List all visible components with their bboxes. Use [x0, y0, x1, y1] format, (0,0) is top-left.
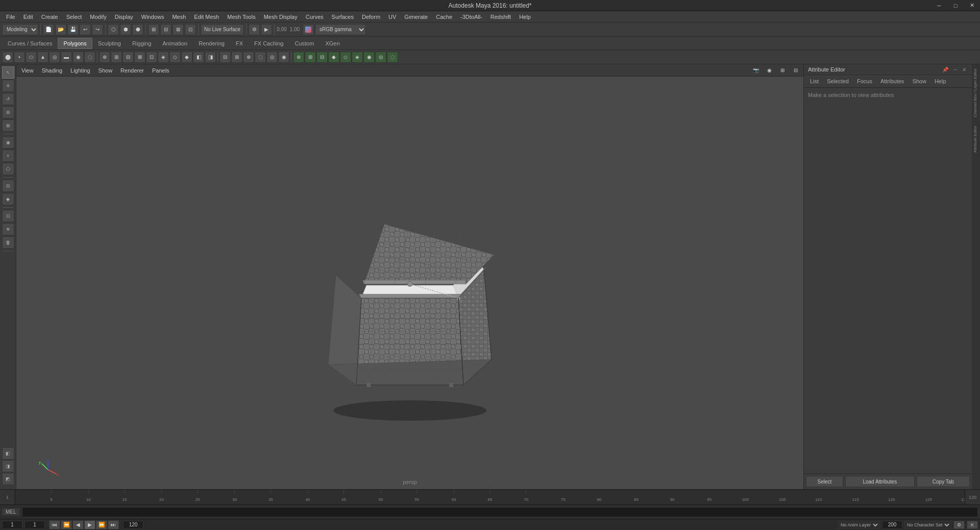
snap-grid-side[interactable]: ⊟ — [2, 180, 14, 192]
camera-icon-1[interactable]: 📷 — [750, 65, 762, 76]
play-forward-btn[interactable]: ▶ — [84, 520, 95, 529]
attr-tab-selected[interactable]: Selected — [825, 77, 851, 85]
snap-surface-button[interactable]: ⊡ — [185, 24, 196, 35]
attr-editor-tab[interactable]: Attribute Editor — [972, 122, 980, 157]
menu-edit[interactable]: Edit — [19, 13, 37, 21]
attr-copy-tab-button[interactable]: Copy Tab — [917, 476, 970, 487]
uv-editor-btn[interactable]: ⊕ — [293, 52, 304, 63]
uv-align-btn[interactable]: ◌ — [387, 52, 398, 63]
range-start-field[interactable] — [2, 521, 22, 529]
attr-tab-list[interactable]: List — [808, 77, 821, 85]
extrude-icon-btn[interactable]: ⊕ — [99, 52, 110, 63]
remesh-icon-btn[interactable]: ◆ — [181, 52, 192, 63]
append-poly-btn[interactable]: ◎ — [266, 52, 278, 63]
uv-sew-btn[interactable]: ◈ — [352, 52, 363, 63]
character-set-dropdown[interactable]: No Character Set — [904, 521, 951, 529]
new-scene-button[interactable]: 📄 — [43, 24, 54, 35]
select-tool-side[interactable]: ↖ — [2, 66, 14, 79]
move-tool-side[interactable]: ✛ — [2, 80, 14, 92]
channel-box-tab[interactable]: Channel Box / Layer Editor — [972, 64, 980, 122]
menu-uv[interactable]: UV — [384, 13, 400, 21]
menu-generate[interactable]: Generate — [400, 13, 432, 21]
offset-edgeloop-btn[interactable]: ⊞ — [231, 52, 242, 63]
timeline[interactable]: 1 5 10 15 20 25 30 35 40 45 50 55 60 65 … — [0, 489, 980, 504]
retopo-icon-btn[interactable]: ◧ — [193, 52, 204, 63]
tab-animation[interactable]: Animation — [157, 38, 193, 49]
script-input[interactable] — [22, 507, 978, 517]
uv-layout-btn[interactable]: ⊟ — [316, 52, 328, 63]
paint-select-side[interactable]: ⬡ — [2, 163, 14, 175]
snap-point-button[interactable]: ⊠ — [173, 24, 184, 35]
play-back-btn[interactable]: ◀ — [72, 520, 84, 529]
redo-button[interactable]: ↪ — [92, 24, 103, 35]
view-menu-show[interactable]: Show — [95, 66, 116, 75]
uv-symmetry-btn[interactable]: ◎ — [375, 52, 386, 63]
menu-mesh-tools[interactable]: Mesh Tools — [223, 13, 259, 21]
insert-edgeloop-btn[interactable]: ⊟ — [219, 52, 231, 63]
view-menu-shading[interactable]: Shading — [39, 66, 65, 75]
tab-polygons[interactable]: Polygons — [58, 38, 92, 49]
scale-tool-side[interactable]: ⊞ — [2, 106, 14, 118]
current-frame-field[interactable] — [24, 521, 45, 529]
uv-orient-btn[interactable]: ◆ — [328, 52, 339, 63]
render-settings-button[interactable]: ⚙ — [249, 24, 260, 35]
attr-tab-help[interactable]: Help — [933, 77, 948, 85]
soft-select-side[interactable]: ◉ — [2, 136, 14, 149]
menu-display[interactable]: Display — [111, 13, 137, 21]
render-layer-side[interactable]: ◨ — [2, 460, 14, 472]
snap-grid-button[interactable]: ⊞ — [148, 24, 159, 35]
delete-history-side[interactable]: 🗑 — [2, 236, 14, 249]
view-menu-lighting[interactable]: Lighting — [67, 66, 93, 75]
tab-fx-caching[interactable]: FX Caching — [249, 38, 289, 49]
tab-curves-surfaces[interactable]: Curves / Surfaces — [2, 38, 58, 49]
bridge-icon-btn[interactable]: ⊞ — [111, 52, 122, 63]
view-menu-renderer[interactable]: Renderer — [117, 66, 147, 75]
attr-editor-pin[interactable]: 📌 — [941, 67, 950, 73]
workspace-dropdown[interactable]: Modeling — [2, 24, 38, 35]
attr-load-button[interactable]: Load Attributes — [845, 476, 915, 487]
menu-cache[interactable]: Cache — [432, 13, 456, 21]
uv-snap-btn[interactable]: ◉ — [363, 52, 375, 63]
mel-label[interactable]: MEL — [2, 508, 20, 516]
disc-icon-btn[interactable]: ◉ — [72, 52, 84, 63]
preferences-btn[interactable]: ⚙ — [953, 521, 965, 529]
paint-select-button[interactable]: ⬣ — [132, 24, 143, 35]
tab-fx[interactable]: FX — [230, 38, 249, 49]
undo-button[interactable]: ↩ — [80, 24, 91, 35]
attr-tab-show[interactable]: Show — [910, 77, 928, 85]
attr-tab-focus[interactable]: Focus — [855, 77, 874, 85]
view-menu-view[interactable]: View — [18, 66, 37, 75]
range-end-field[interactable] — [123, 521, 143, 529]
open-scene-button[interactable]: 📂 — [55, 24, 66, 35]
wedge-btn[interactable]: ◉ — [278, 52, 289, 63]
freeze-transform-side[interactable]: ❄ — [2, 223, 14, 235]
menu-redshift[interactable]: Redshift — [486, 13, 515, 21]
menu-edit-mesh[interactable]: Edit Mesh — [190, 13, 223, 21]
smooth-icon-btn[interactable]: ◈ — [158, 52, 169, 63]
connect-btn[interactable]: ⊕ — [243, 52, 254, 63]
autokey-btn[interactable]: K — [967, 521, 978, 529]
step-forward-btn[interactable]: ⏩ — [96, 520, 107, 529]
hud-toggle-btn[interactable]: ⊟ — [790, 65, 801, 76]
tab-xgen[interactable]: XGen — [320, 38, 345, 49]
menu-mesh-display[interactable]: Mesh Display — [260, 13, 302, 21]
universal-manip-side[interactable]: ⊠ — [2, 119, 14, 132]
go-to-start-btn[interactable]: ⏮ — [49, 520, 60, 529]
minimize-button[interactable]: ─ — [931, 0, 947, 11]
mirror-icon-btn[interactable]: ◨ — [205, 52, 216, 63]
attr-select-button[interactable]: Select — [806, 476, 843, 487]
tab-rendering[interactable]: Rendering — [193, 38, 230, 49]
anim-layer-dropdown[interactable]: No Anim Layer — [838, 521, 880, 529]
viewport-3d[interactable]: persp x y z — [16, 77, 803, 489]
snap-curve-button[interactable]: ⊟ — [160, 24, 172, 35]
attr-tab-attributes[interactable]: Attributes — [878, 77, 906, 85]
color-space-button[interactable] — [303, 24, 314, 35]
booleans-icon-btn[interactable]: ⊡ — [146, 52, 157, 63]
combine-icon-btn[interactable]: ⊟ — [122, 52, 134, 63]
uv-cut-btn[interactable]: ◇ — [340, 52, 351, 63]
sphere-icon-btn[interactable]: ⬤ — [2, 52, 13, 63]
cylinder-icon-btn[interactable]: ⬭ — [26, 52, 37, 63]
color-profile-dropdown[interactable]: sRGB gamma — [315, 24, 366, 35]
anim-layer-side[interactable]: ◩ — [2, 473, 14, 485]
plane-icon-btn[interactable]: ▬ — [61, 52, 72, 63]
